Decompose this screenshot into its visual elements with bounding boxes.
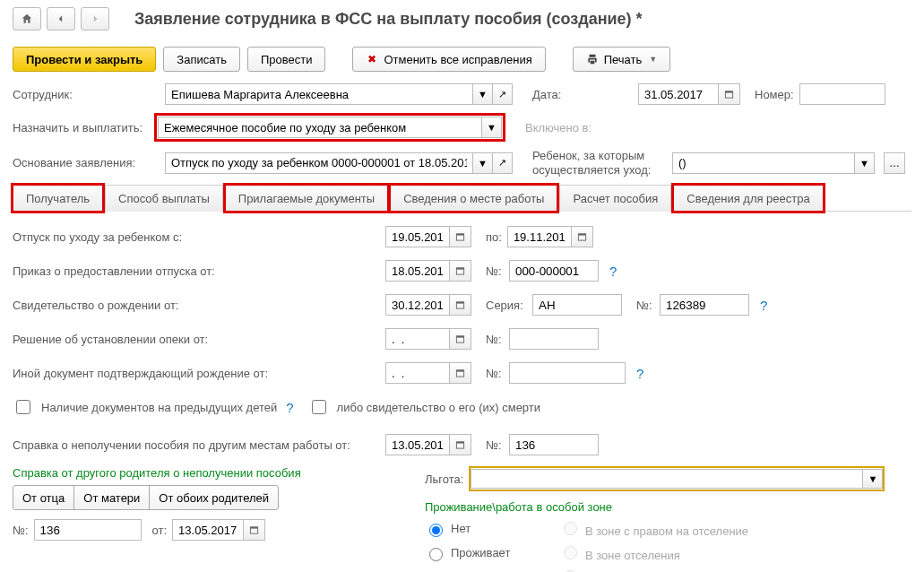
basis-input[interactable] — [165, 152, 473, 174]
tab-attached-docs[interactable]: Прилагаемые документы — [225, 185, 388, 212]
date-calendar-button[interactable] — [719, 83, 740, 105]
employee-input[interactable] — [165, 83, 473, 105]
ref-num-input[interactable] — [34, 519, 142, 541]
leave-from-label: Отпуск по уходу за ребенком с: — [13, 230, 380, 244]
leave-to-input[interactable] — [507, 226, 572, 247]
assign-dropdown[interactable]: ▼ — [482, 117, 502, 138]
from-both-button[interactable]: От обоих родителей — [149, 485, 279, 510]
radio-zone2 — [564, 546, 577, 559]
date-label: Дата: — [532, 88, 574, 101]
ref-date-input[interactable] — [172, 519, 244, 541]
order-num-label: №: — [486, 264, 504, 278]
to-label: по: — [486, 230, 502, 244]
date-input[interactable] — [638, 83, 719, 105]
birth-cert-num-label: №: — [636, 299, 654, 312]
tab-benefit-calc[interactable]: Расчет пособия — [559, 185, 671, 212]
prev-children-label: Наличие документов на предыдущих детей — [41, 401, 277, 414]
calendar-icon — [724, 89, 734, 100]
order-date-cal[interactable] — [450, 260, 471, 282]
included-label: Включено в: — [525, 121, 592, 134]
other-doc-help-icon[interactable]: ? — [636, 366, 643, 381]
post-and-close-button[interactable]: Провести и закрыть — [13, 47, 156, 72]
back-button[interactable] — [47, 7, 75, 30]
birth-cert-series-input[interactable] — [532, 294, 622, 316]
employee-open[interactable]: ↗ — [493, 83, 513, 105]
calendar-icon — [455, 334, 465, 344]
leave-from-input[interactable] — [385, 226, 450, 247]
tab-workplace-info[interactable]: Сведения о месте работы — [390, 185, 557, 212]
from-father-button[interactable]: От отца — [13, 485, 74, 510]
order-date-input[interactable] — [385, 260, 450, 282]
employee-dropdown[interactable]: ▼ — [473, 83, 493, 105]
birth-cert-cal[interactable] — [450, 294, 471, 316]
arrow-right-icon — [89, 13, 101, 25]
radio-no-label: Нет — [451, 522, 471, 535]
order-num-input[interactable] — [509, 260, 599, 282]
cancel-label: Отменить все исправления — [384, 53, 531, 66]
birth-cert-help-icon[interactable]: ? — [760, 298, 767, 313]
basis-label: Основание заявления: — [13, 156, 160, 169]
number-input[interactable] — [799, 83, 885, 105]
benefit-input[interactable] — [471, 469, 863, 489]
guardianship-cal[interactable] — [450, 328, 471, 350]
no-receipt-date-input[interactable] — [385, 434, 450, 455]
tab-recipient[interactable]: Получатель — [13, 185, 103, 212]
guardianship-num-input[interactable] — [509, 328, 599, 350]
child-dropdown[interactable]: ▼ — [855, 152, 875, 174]
calendar-icon — [455, 299, 465, 310]
forward-button[interactable] — [81, 7, 109, 30]
other-parent-link[interactable]: Справка от другого родителя о неполучени… — [13, 466, 301, 480]
no-receipt-cal[interactable] — [450, 434, 471, 455]
cancel-icon — [366, 53, 378, 65]
no-receipt-num-label: №: — [486, 438, 504, 452]
radio-lives[interactable] — [429, 548, 443, 561]
guardianship-date-input[interactable] — [385, 328, 450, 350]
death-cert-checkbox[interactable] — [312, 400, 326, 414]
radio-no[interactable] — [429, 524, 443, 537]
benefit-dropdown[interactable]: ▼ — [863, 469, 883, 489]
radio-zone1 — [564, 522, 577, 535]
birth-cert-num-input[interactable] — [660, 294, 749, 316]
guardianship-label: Решение об установлении опеки от: — [13, 333, 380, 346]
print-label: Печать — [604, 53, 643, 66]
leave-from-cal[interactable] — [450, 226, 471, 247]
leave-to-cal[interactable] — [572, 226, 593, 247]
print-button[interactable]: Печать ▼ — [573, 47, 671, 72]
number-label: Номер: — [755, 88, 794, 101]
calendar-icon — [577, 231, 587, 242]
prev-children-help-icon[interactable]: ? — [286, 400, 293, 415]
other-doc-date-input[interactable] — [385, 362, 450, 384]
other-doc-num-input[interactable] — [509, 362, 626, 384]
assign-input[interactable] — [158, 117, 482, 138]
birth-cert-date-input[interactable] — [385, 294, 450, 316]
order-help-icon[interactable]: ? — [609, 264, 617, 279]
tab-registry-info[interactable]: Сведения для реестра — [673, 185, 823, 212]
radio-zone2-label: В зоне отселения — [585, 549, 680, 562]
save-button[interactable]: Записать — [163, 47, 240, 72]
no-receipt-label: Справка о неполучении пособия по другим … — [13, 438, 380, 452]
ref-from-label: от: — [152, 524, 168, 537]
prev-children-checkbox[interactable] — [16, 400, 30, 414]
home-icon — [21, 13, 33, 25]
basis-open[interactable]: ↗ — [493, 152, 513, 174]
post-button[interactable]: Провести — [247, 47, 326, 72]
calendar-icon — [455, 439, 465, 450]
tab-payment-method[interactable]: Способ выплаты — [105, 185, 223, 212]
ref-num-label: №: — [13, 524, 29, 537]
other-doc-cal[interactable] — [450, 362, 471, 384]
from-mother-button[interactable]: От матери — [73, 485, 150, 510]
cancel-corrections-button[interactable]: Отменить все исправления — [352, 47, 545, 72]
home-button[interactable] — [13, 7, 41, 30]
guardianship-num-label: №: — [486, 333, 504, 346]
employee-label: Сотрудник: — [13, 88, 160, 101]
assign-label: Назначить и выплатить: — [13, 121, 149, 134]
no-receipt-num-input[interactable] — [509, 434, 599, 455]
calendar-icon — [455, 231, 465, 242]
birth-cert-label: Свидетельство о рождении от: — [13, 299, 380, 312]
calendar-icon — [455, 368, 465, 378]
child-input[interactable] — [672, 152, 855, 174]
ref-date-cal[interactable] — [244, 519, 265, 541]
child-label: Ребенок, за которым осуществляется уход: — [532, 149, 667, 177]
child-details-button[interactable]: … — [884, 152, 905, 174]
basis-dropdown[interactable]: ▼ — [473, 152, 493, 174]
